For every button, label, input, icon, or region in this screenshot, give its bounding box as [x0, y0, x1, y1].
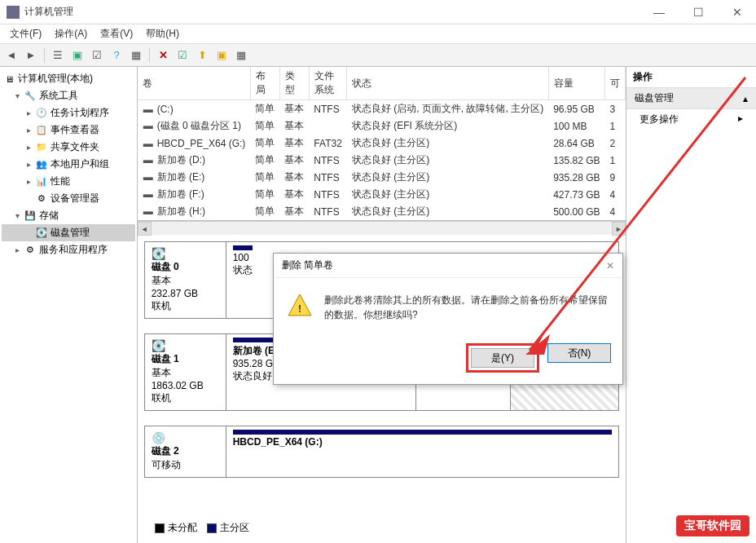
actions-group[interactable]: 磁盘管理 ▴	[626, 88, 756, 109]
watermark: 宝哥软件园	[676, 515, 749, 536]
tree-root[interactable]: 🖥 计算机管理(本地)	[2, 70, 135, 87]
partition[interactable]: 100 状态	[226, 242, 259, 318]
tree-device-manager[interactable]: ⚙ 设备管理器	[2, 190, 135, 207]
toolbar-icon[interactable]: ☑	[174, 47, 191, 64]
expand-icon: ▾	[13, 91, 21, 100]
expand-icon: ▾	[13, 211, 21, 220]
table-row[interactable]: ▬新加卷 (F:)简单基本NTFS状态良好 (主分区)427.73 GB4	[138, 186, 626, 203]
disk-icon: 💽	[152, 339, 219, 352]
disk-row[interactable]: 💿 磁盘 2 可移动 HBCD_PE_X64 (G:)	[144, 426, 619, 478]
tree-system-tools[interactable]: ▾ 🔧 系统工具	[2, 87, 135, 104]
device-icon: ⚙	[36, 193, 47, 205]
warning-icon: !	[287, 293, 313, 319]
col-capacity[interactable]: 容量	[548, 67, 604, 100]
menu-file[interactable]: 文件(F)	[3, 24, 48, 43]
more-actions-label: 更多操作	[640, 113, 679, 125]
disk-name: 磁盘 0	[152, 260, 219, 274]
col-free[interactable]: 可	[605, 67, 626, 100]
tree-label: 共享文件夹	[51, 140, 99, 154]
disk-size: 1863.02 GB	[152, 380, 219, 391]
tree-services[interactable]: ▸ ⚙ 服务和应用程序	[2, 241, 135, 258]
col-status[interactable]: 状态	[347, 67, 548, 100]
actions-header: 操作	[626, 67, 756, 88]
toolbar-icon[interactable]: ▣	[213, 47, 230, 64]
menu-help[interactable]: 帮助(H)	[139, 24, 186, 43]
legend-swatch-primary	[207, 523, 217, 533]
separator	[149, 48, 150, 63]
col-type[interactable]: 类型	[279, 67, 309, 100]
maximize-button[interactable]: ☐	[686, 6, 710, 19]
table-row[interactable]: ▬(C:)简单基本NTFS状态良好 (启动, 页面文件, 故障转储, 主分区)9…	[138, 100, 626, 118]
forward-button[interactable]: ►	[23, 47, 39, 64]
tree-local-users[interactable]: ▸ 👥 本地用户和组	[2, 156, 135, 173]
tree-label: 计算机管理(本地)	[18, 72, 93, 86]
tree-storage[interactable]: ▾ 💾 存储	[2, 207, 135, 224]
disk-header: 💿 磁盘 2 可移动	[145, 426, 226, 477]
no-button[interactable]: 否(N)	[547, 343, 611, 363]
tree-event-viewer[interactable]: ▸ 📋 事件查看器	[2, 121, 135, 139]
disk-icon: 💽	[152, 247, 219, 260]
disk-type: 可移动	[152, 458, 219, 472]
table-row[interactable]: ▬新加卷 (D:)简单基本NTFS状态良好 (主分区)135.82 GB1	[138, 152, 626, 169]
disk-icon: 💿	[152, 431, 219, 444]
menu-action[interactable]: 操作(A)	[48, 24, 94, 43]
col-filesystem[interactable]: 文件系统	[309, 67, 346, 100]
chevron-up-icon: ▴	[743, 93, 748, 104]
disk-status: 联机	[152, 299, 219, 313]
expand-icon: ▸	[24, 108, 33, 117]
tree-task-scheduler[interactable]: ▸ 🕐 任务计划程序	[2, 104, 135, 121]
tree-label: 性能	[51, 174, 70, 188]
expand-icon: ▸	[13, 245, 21, 254]
toolbar-icon[interactable]: ▦	[233, 47, 249, 64]
scroll-left-icon[interactable]: ◄	[138, 222, 152, 236]
table-row[interactable]: ▬新加卷 (E:)简单基本NTFS状态良好 (主分区)935.28 GB9	[138, 169, 626, 186]
tree-performance[interactable]: ▸ 📊 性能	[2, 173, 135, 190]
partition-name: HBCD_PE_X64 (G:)	[233, 436, 612, 448]
legend-label: 主分区	[220, 522, 249, 533]
toolbar-icon[interactable]: ⬆	[194, 47, 210, 64]
table-row[interactable]: ▬HBCD_PE_X64 (G:)简单基本FAT32状态良好 (主分区)28.6…	[138, 135, 626, 152]
services-icon: ⚙	[24, 245, 36, 256]
col-volume[interactable]: 卷	[138, 67, 251, 100]
window-titlebar: 计算机管理 — ☐ ✕	[0, 0, 756, 24]
menu-view[interactable]: 查看(V)	[94, 24, 139, 43]
scroll-right-icon[interactable]: ►	[612, 222, 626, 236]
refresh-button[interactable]: ☑	[89, 47, 105, 64]
expand-icon: ▸	[24, 160, 33, 169]
table-row[interactable]: ▬新加卷 (H:)简单基本NTFS状态良好 (主分区)500.00 GB4	[138, 203, 626, 220]
help-button[interactable]: ?	[108, 47, 125, 64]
dialog-close-button[interactable]: ✕	[606, 260, 614, 272]
legend-label: 未分配	[168, 522, 197, 533]
toolbar-icon[interactable]: ☰	[50, 47, 66, 64]
actions-group-label: 磁盘管理	[635, 91, 674, 105]
horizontal-scrollbar[interactable]: ◄ ►	[138, 221, 626, 235]
users-icon: 👥	[36, 159, 47, 170]
expand-icon: ▸	[24, 177, 33, 186]
partition-status: 状态	[233, 263, 253, 277]
toolbar-icon[interactable]: ▣	[69, 47, 86, 64]
disk-header: 💽 磁盘 0 基本 232.87 GB 联机	[145, 242, 226, 318]
col-layout[interactable]: 布局	[250, 67, 279, 100]
more-actions[interactable]: 更多操作 ▸	[626, 109, 756, 130]
tree-disk-management[interactable]: 💽 磁盘管理	[2, 224, 135, 241]
disk-status: 联机	[152, 391, 219, 405]
dialog-message: 删除此卷将清除其上的所有数据。请在删除之前备份所有希望保留的数据。你想继续吗?	[324, 293, 609, 322]
toolbar-icon[interactable]: ▦	[128, 47, 144, 64]
separator	[44, 48, 45, 63]
table-row[interactable]: ▬(磁盘 0 磁盘分区 1)简单基本状态良好 (EFI 系统分区)100 MB1	[138, 117, 626, 135]
volume-icon: ▬	[143, 154, 154, 166]
tree-label: 服务和应用程序	[39, 243, 108, 257]
tree-shared-folders[interactable]: ▸ 📁 共享文件夹	[2, 139, 135, 156]
disk-size: 232.87 GB	[152, 288, 219, 299]
tools-icon: 🔧	[24, 90, 36, 102]
volume-icon: ▬	[143, 138, 154, 149]
chevron-right-icon: ▸	[738, 113, 743, 124]
minimize-button[interactable]: —	[647, 6, 671, 19]
volume-icon: ▬	[143, 205, 154, 217]
volume-icon: ▬	[143, 171, 154, 183]
yes-button[interactable]: 是(Y)	[471, 348, 534, 368]
close-button[interactable]: ✕	[725, 6, 749, 19]
partition[interactable]: HBCD_PE_X64 (G:)	[226, 426, 618, 477]
delete-icon[interactable]: ✕	[155, 47, 171, 64]
back-button[interactable]: ◄	[3, 47, 20, 64]
